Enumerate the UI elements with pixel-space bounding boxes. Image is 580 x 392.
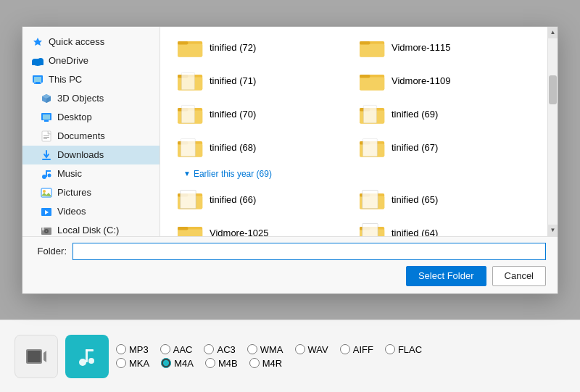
cloud-icon [31, 54, 44, 67]
format-aac[interactable]: AAC [160, 344, 193, 355]
svg-rect-65 [363, 105, 376, 122]
sidebar-item-local-disk[interactable]: Local Disk (C:) [22, 221, 160, 236]
format-radio-aiff[interactable] [340, 344, 350, 354]
list-item[interactable]: tinified (65) [354, 185, 536, 215]
svg-rect-49 [360, 43, 384, 57]
format-radio-wma[interactable] [247, 344, 257, 354]
section-header-label: Earlier this year (69) [194, 169, 272, 179]
scroll-thumb[interactable] [549, 75, 557, 104]
scrollbar[interactable]: ▲ ▼ [547, 27, 558, 236]
sidebar-item-label: Quick access [49, 36, 104, 47]
format-flac[interactable]: FLAC [385, 344, 422, 355]
folder-name: Vidmore-1115 [392, 42, 450, 53]
document-icon [40, 130, 53, 143]
format-mka[interactable]: MKA [116, 358, 149, 369]
folder-name: tinified (67) [392, 142, 438, 153]
sidebar-item-onedrive[interactable]: OneDrive [22, 51, 160, 70]
svg-rect-50 [360, 41, 370, 45]
sidebar-item-documents[interactable]: Documents [22, 127, 160, 146]
sidebar-item-pictures[interactable]: Pictures [22, 183, 160, 202]
dialog-overlay: Quick access OneDrive This PC [0, 0, 580, 320]
list-item[interactable]: Vidmore-1109 [354, 66, 536, 96]
cancel-button[interactable]: Cancel [492, 266, 546, 286]
folder-name: Vidmore-1025 [210, 228, 268, 236]
sidebar-item-videos[interactable]: Videos [22, 202, 160, 221]
format-aiff[interactable]: AIFF [340, 344, 373, 355]
folder-name: tinified (64) [392, 228, 438, 236]
format-radio-m4a[interactable] [161, 358, 171, 368]
format-radio-m4b[interactable] [205, 358, 215, 368]
folder-icon [178, 222, 204, 236]
scroll-up-arrow[interactable]: ▲ [548, 27, 558, 38]
svg-rect-56 [360, 77, 384, 90]
folder-icon [178, 189, 204, 211]
format-wav[interactable]: WAV [295, 344, 328, 355]
video-folder-icon [40, 205, 53, 218]
scroll-track[interactable] [548, 38, 558, 225]
audio-tab-button[interactable] [65, 335, 109, 378]
format-m4b[interactable]: M4B [205, 358, 238, 369]
list-item[interactable]: tinified (72) [172, 33, 354, 63]
list-item[interactable]: tinified (66) [172, 185, 354, 215]
format-radio-aac[interactable] [160, 344, 170, 354]
folder-name: Vidmore-1109 [392, 75, 450, 86]
folder-name: tinified (66) [210, 194, 256, 205]
svg-rect-11 [32, 62, 44, 65]
list-item[interactable]: tinified (64) [354, 218, 536, 236]
video-tab-button[interactable] [14, 335, 58, 378]
sidebar-item-this-pc[interactable]: This PC [22, 70, 160, 89]
svg-rect-13 [34, 77, 41, 82]
format-radio-mka[interactable] [116, 358, 126, 368]
folder-icon [178, 137, 204, 159]
folder-icon [360, 189, 386, 211]
format-radio-m4r[interactable] [249, 358, 260, 368]
format-radio-mp3[interactable] [116, 344, 126, 354]
list-item[interactable]: Vidmore-1025 [172, 218, 354, 236]
list-item[interactable]: tinified (67) [354, 133, 536, 163]
sidebar: Quick access OneDrive This PC [22, 27, 160, 236]
format-radio-flac[interactable] [385, 344, 395, 354]
select-folder-button[interactable]: Select Folder [406, 266, 486, 286]
format-wma[interactable]: WMA [247, 344, 283, 355]
star-icon [31, 36, 44, 49]
sidebar-item-downloads[interactable]: Downloads [22, 146, 160, 164]
format-label-mka: MKA [129, 358, 149, 369]
svg-rect-6 [86, 349, 94, 351]
sidebar-item-music[interactable]: Music [22, 164, 160, 183]
format-radio-ac3[interactable] [204, 344, 214, 354]
scroll-down-arrow[interactable]: ▼ [548, 225, 558, 236]
disk-icon [40, 224, 53, 236]
sidebar-item-desktop[interactable]: Desktop [22, 108, 160, 127]
list-item[interactable]: Vidmore-1115 [354, 33, 536, 63]
format-ac3[interactable]: AC3 [204, 344, 235, 355]
file-dialog: Quick access OneDrive This PC [22, 26, 558, 294]
list-item[interactable]: tinified (71) [172, 66, 354, 96]
chevron-down-icon: ▼ [183, 170, 191, 178]
svg-point-32 [43, 190, 46, 193]
button-row: Select Folder Cancel [34, 266, 546, 286]
format-label-ac3: AC3 [217, 344, 235, 355]
svg-rect-15 [34, 83, 41, 84]
svg-rect-21 [44, 120, 49, 122]
format-radio-wav[interactable] [295, 344, 305, 354]
folder-input[interactable] [72, 243, 546, 260]
format-m4r[interactable]: M4R [249, 358, 282, 369]
svg-rect-61 [181, 105, 194, 122]
svg-point-37 [46, 230, 47, 232]
sidebar-item-3d-objects[interactable]: 3D Objects [22, 89, 160, 108]
list-item[interactable]: tinified (70) [172, 99, 354, 130]
sidebar-item-quick-access[interactable]: Quick access [22, 33, 160, 51]
list-item[interactable]: tinified (68) [172, 133, 354, 163]
sidebar-item-label: Desktop [57, 112, 92, 122]
svg-rect-25 [44, 138, 47, 139]
format-m4a[interactable]: M4A [161, 358, 194, 369]
section-header-earlier[interactable]: ▼ Earlier this year (69) [172, 166, 536, 182]
format-mp3[interactable]: MP3 [116, 344, 149, 355]
svg-marker-7 [33, 38, 42, 46]
svg-rect-20 [43, 114, 50, 120]
svg-rect-88 [362, 223, 378, 236]
format-label-m4r: M4R [262, 358, 282, 369]
list-item[interactable]: tinified (69) [354, 99, 536, 130]
format-label-wma: WMA [260, 344, 283, 355]
svg-rect-69 [181, 138, 196, 156]
